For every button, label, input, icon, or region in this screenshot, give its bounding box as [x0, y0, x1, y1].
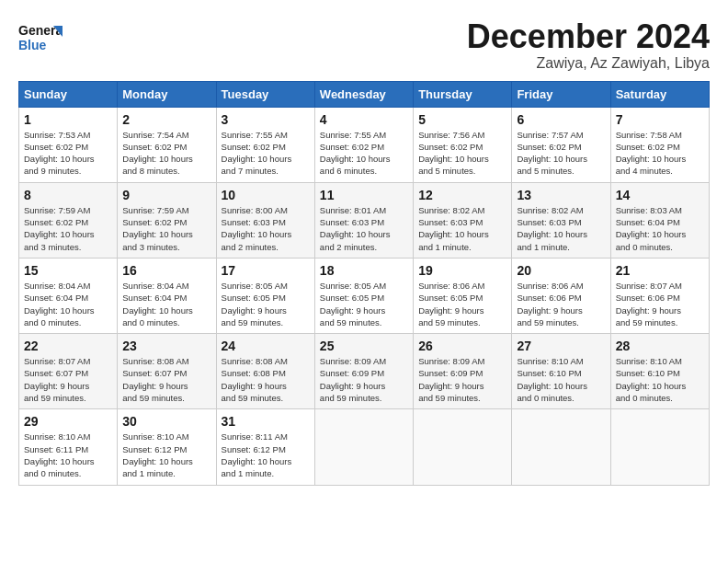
week-row-2: 8Sunrise: 7:59 AM Sunset: 6:02 PM Daylig…	[19, 182, 710, 258]
day-info: Sunrise: 8:00 AM Sunset: 6:03 PM Dayligh…	[222, 204, 310, 253]
day-info: Sunrise: 7:54 AM Sunset: 6:02 PM Dayligh…	[122, 129, 210, 178]
day-number: 30	[122, 414, 210, 429]
day-cell: 19Sunrise: 8:06 AM Sunset: 6:05 PM Dayli…	[414, 258, 512, 333]
day-info: Sunrise: 8:08 AM Sunset: 6:08 PM Dayligh…	[222, 355, 310, 404]
day-info: Sunrise: 7:59 AM Sunset: 6:02 PM Dayligh…	[24, 204, 112, 253]
day-cell	[414, 409, 512, 485]
day-number: 27	[517, 339, 605, 353]
day-info: Sunrise: 7:59 AM Sunset: 6:02 PM Dayligh…	[122, 204, 210, 253]
day-cell: 31Sunrise: 8:11 AM Sunset: 6:12 PM Dayli…	[216, 409, 314, 485]
day-number: 11	[320, 188, 408, 202]
day-info: Sunrise: 7:55 AM Sunset: 6:02 PM Dayligh…	[222, 129, 310, 178]
day-cell: 17Sunrise: 8:05 AM Sunset: 6:05 PM Dayli…	[216, 258, 314, 333]
day-cell: 20Sunrise: 8:06 AM Sunset: 6:06 PM Dayli…	[512, 258, 610, 333]
day-cell: 13Sunrise: 8:02 AM Sunset: 6:03 PM Dayli…	[512, 182, 610, 258]
week-row-4: 22Sunrise: 8:07 AM Sunset: 6:07 PM Dayli…	[19, 334, 710, 409]
day-info: Sunrise: 8:02 AM Sunset: 6:03 PM Dayligh…	[517, 204, 605, 253]
day-cell: 3Sunrise: 7:55 AM Sunset: 6:02 PM Daylig…	[216, 107, 314, 182]
title-block: December 2024 Zawiya, Az Zawiyah, Libya	[467, 18, 710, 72]
day-cell: 9Sunrise: 7:59 AM Sunset: 6:02 PM Daylig…	[118, 182, 216, 258]
day-number: 26	[418, 339, 506, 353]
day-info: Sunrise: 7:58 AM Sunset: 6:02 PM Dayligh…	[616, 129, 704, 178]
day-cell: 1Sunrise: 7:53 AM Sunset: 6:02 PM Daylig…	[19, 107, 118, 182]
day-number: 4	[320, 112, 408, 127]
day-number: 31	[222, 414, 310, 429]
day-cell: 11Sunrise: 8:01 AM Sunset: 6:03 PM Dayli…	[314, 182, 413, 258]
day-info: Sunrise: 8:08 AM Sunset: 6:07 PM Dayligh…	[122, 355, 210, 404]
day-cell: 21Sunrise: 8:07 AM Sunset: 6:06 PM Dayli…	[610, 258, 709, 333]
day-cell	[314, 409, 413, 485]
column-header-tuesday: Tuesday	[216, 81, 314, 107]
day-number: 7	[616, 112, 704, 127]
svg-text:Blue: Blue	[18, 38, 47, 52]
day-number: 6	[517, 112, 605, 127]
day-info: Sunrise: 8:05 AM Sunset: 6:05 PM Dayligh…	[222, 280, 310, 328]
day-info: Sunrise: 8:03 AM Sunset: 6:04 PM Dayligh…	[616, 204, 704, 253]
day-info: Sunrise: 8:02 AM Sunset: 6:03 PM Dayligh…	[418, 204, 506, 253]
day-number: 5	[418, 112, 506, 127]
day-number: 22	[24, 339, 112, 353]
header-row: SundayMondayTuesdayWednesdayThursdayFrid…	[19, 81, 710, 107]
day-number: 10	[222, 188, 310, 202]
day-number: 25	[320, 339, 408, 353]
day-number: 14	[616, 188, 704, 202]
day-cell: 28Sunrise: 8:10 AM Sunset: 6:10 PM Dayli…	[610, 334, 709, 409]
logo-icon: General Blue	[18, 18, 63, 55]
day-info: Sunrise: 8:01 AM Sunset: 6:03 PM Dayligh…	[320, 204, 408, 253]
day-cell: 29Sunrise: 8:10 AM Sunset: 6:11 PM Dayli…	[19, 409, 118, 485]
day-cell: 8Sunrise: 7:59 AM Sunset: 6:02 PM Daylig…	[19, 182, 118, 258]
day-cell: 16Sunrise: 8:04 AM Sunset: 6:04 PM Dayli…	[118, 258, 216, 333]
day-number: 24	[222, 339, 310, 353]
month-title: December 2024	[467, 18, 710, 55]
day-cell: 7Sunrise: 7:58 AM Sunset: 6:02 PM Daylig…	[610, 107, 709, 182]
day-cell: 10Sunrise: 8:00 AM Sunset: 6:03 PM Dayli…	[216, 182, 314, 258]
day-info: Sunrise: 8:10 AM Sunset: 6:10 PM Dayligh…	[517, 355, 605, 404]
day-number: 2	[122, 112, 210, 127]
day-number: 19	[418, 263, 506, 278]
calendar-table: SundayMondayTuesdayWednesdayThursdayFrid…	[18, 81, 710, 486]
column-header-sunday: Sunday	[19, 81, 118, 107]
svg-text:General: General	[18, 23, 63, 38]
day-info: Sunrise: 8:10 AM Sunset: 6:12 PM Dayligh…	[122, 431, 210, 479]
day-info: Sunrise: 7:55 AM Sunset: 6:02 PM Dayligh…	[320, 129, 408, 178]
day-number: 1	[24, 112, 112, 127]
day-info: Sunrise: 8:05 AM Sunset: 6:05 PM Dayligh…	[320, 280, 408, 328]
day-cell: 4Sunrise: 7:55 AM Sunset: 6:02 PM Daylig…	[314, 107, 413, 182]
day-cell: 30Sunrise: 8:10 AM Sunset: 6:12 PM Dayli…	[118, 409, 216, 485]
week-row-3: 15Sunrise: 8:04 AM Sunset: 6:04 PM Dayli…	[19, 258, 710, 333]
page-header: General Blue December 2024 Zawiya, Az Za…	[18, 18, 710, 72]
day-info: Sunrise: 8:07 AM Sunset: 6:07 PM Dayligh…	[24, 355, 112, 404]
day-info: Sunrise: 8:09 AM Sunset: 6:09 PM Dayligh…	[418, 355, 506, 404]
day-cell: 23Sunrise: 8:08 AM Sunset: 6:07 PM Dayli…	[118, 334, 216, 409]
logo: General Blue	[18, 18, 66, 55]
day-number: 15	[24, 263, 112, 278]
day-number: 8	[24, 188, 112, 202]
day-cell: 12Sunrise: 8:02 AM Sunset: 6:03 PM Dayli…	[414, 182, 512, 258]
day-info: Sunrise: 7:56 AM Sunset: 6:02 PM Dayligh…	[418, 129, 506, 178]
column-header-thursday: Thursday	[414, 81, 512, 107]
week-row-5: 29Sunrise: 8:10 AM Sunset: 6:11 PM Dayli…	[19, 409, 710, 485]
day-info: Sunrise: 8:04 AM Sunset: 6:04 PM Dayligh…	[24, 280, 112, 328]
column-header-saturday: Saturday	[610, 81, 709, 107]
day-cell: 27Sunrise: 8:10 AM Sunset: 6:10 PM Dayli…	[512, 334, 610, 409]
column-header-friday: Friday	[512, 81, 610, 107]
day-info: Sunrise: 8:09 AM Sunset: 6:09 PM Dayligh…	[320, 355, 408, 404]
column-header-wednesday: Wednesday	[314, 81, 413, 107]
day-cell: 2Sunrise: 7:54 AM Sunset: 6:02 PM Daylig…	[118, 107, 216, 182]
day-number: 13	[517, 188, 605, 202]
day-cell: 25Sunrise: 8:09 AM Sunset: 6:09 PM Dayli…	[314, 334, 413, 409]
day-info: Sunrise: 7:53 AM Sunset: 6:02 PM Dayligh…	[24, 129, 112, 178]
day-cell: 26Sunrise: 8:09 AM Sunset: 6:09 PM Dayli…	[414, 334, 512, 409]
day-number: 29	[24, 414, 112, 429]
day-info: Sunrise: 8:06 AM Sunset: 6:05 PM Dayligh…	[418, 280, 506, 328]
day-cell: 18Sunrise: 8:05 AM Sunset: 6:05 PM Dayli…	[314, 258, 413, 333]
day-number: 18	[320, 263, 408, 278]
day-cell	[512, 409, 610, 485]
day-info: Sunrise: 8:07 AM Sunset: 6:06 PM Dayligh…	[616, 280, 704, 328]
day-number: 12	[418, 188, 506, 202]
column-header-monday: Monday	[118, 81, 216, 107]
day-cell: 24Sunrise: 8:08 AM Sunset: 6:08 PM Dayli…	[216, 334, 314, 409]
day-info: Sunrise: 8:06 AM Sunset: 6:06 PM Dayligh…	[517, 280, 605, 328]
day-number: 9	[122, 188, 210, 202]
day-number: 23	[122, 339, 210, 353]
